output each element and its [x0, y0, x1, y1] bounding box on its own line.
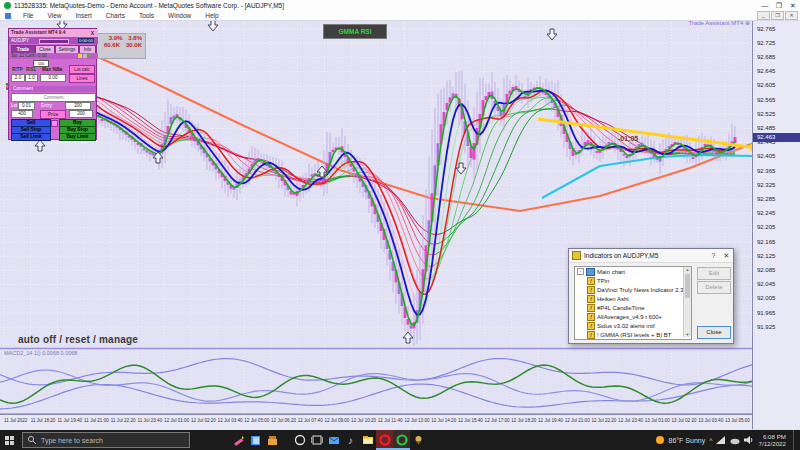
rtp-field[interactable]: 2.0: [11, 74, 25, 82]
tree-item[interactable]: fTPin: [575, 276, 691, 285]
dialog-help-button[interactable]: ?: [707, 252, 720, 259]
tree-item[interactable]: fSidus v3.02 alerts mtf: [575, 321, 691, 330]
time-tick: 12 Jul 09:00: [324, 418, 349, 423]
time-tick: 12 Jul 03:40: [218, 418, 243, 423]
scroll-up-icon[interactable]: ▲: [684, 267, 691, 273]
time-axis[interactable]: 11 Jul 202211 Jul 18:2011 Jul 19:4011 Ju…: [0, 414, 752, 430]
price-button[interactable]: Price: [40, 110, 66, 119]
pen-icon[interactable]: [230, 430, 247, 450]
start-button[interactable]: [0, 430, 18, 450]
lock-icon[interactable]: [88, 54, 92, 58]
price-chart[interactable]: [0, 0, 800, 450]
taskbar-search[interactable]: Type here to search: [22, 432, 190, 448]
tree-item[interactable]: +Indicator window 1: [575, 339, 691, 340]
time-tick: 12 Jul 18:20: [511, 418, 536, 423]
dialog-title-bar[interactable]: Indicators on AUDJPY,M5 ? ✕: [569, 249, 733, 263]
tree-item[interactable]: fHeiken Ashi: [575, 294, 691, 303]
show-desktop-button[interactable]: [793, 430, 798, 450]
weather-label[interactable]: 86°F Sunny: [669, 437, 706, 444]
close-button[interactable]: ✕: [786, 1, 800, 10]
edit-button[interactable]: Edit: [697, 267, 731, 280]
trade-panel-close-icon[interactable]: X: [91, 29, 94, 37]
tree-item[interactable]: fAllAverages_v4.9 t 600+: [575, 312, 691, 321]
risk-value-field[interactable]: 100: [33, 60, 49, 67]
tree-item[interactable]: fDaVinci Truly News Indicator 2.3.98: [575, 285, 691, 294]
indicator-function-icon: f: [587, 295, 595, 303]
tree-item[interactable]: f! GMMA (RSI levels + B) BT: [575, 330, 691, 339]
indicator-tree[interactable]: -Main chartfTPinfDaVinci Truly News Indi…: [574, 266, 692, 340]
music-icon[interactable]: ♪: [342, 430, 359, 450]
system-tray: 86°F Sunny ^ 6:08 PM 7/12/2022: [655, 430, 800, 450]
search-icon: [27, 435, 37, 445]
weather-icon[interactable]: [655, 435, 665, 445]
price-tick: 92.405: [757, 153, 775, 159]
child-minimize-button[interactable]: _: [757, 11, 770, 20]
tree-item[interactable]: -Main chart: [575, 267, 691, 276]
tree-item[interactable]: f#P4L CandleTime: [575, 303, 691, 312]
expander-icon[interactable]: -: [577, 268, 584, 275]
scroll-down-icon[interactable]: ▼: [684, 332, 691, 337]
time-tick: 12 Jul 19:40: [538, 418, 563, 423]
time-tick: 12 Jul 07:40: [298, 418, 323, 423]
speaker-icon[interactable]: [744, 435, 754, 445]
menu-window[interactable]: Window: [161, 12, 198, 19]
auto-manage-label[interactable]: auto off / reset / manage: [18, 334, 138, 345]
lot-calc-button[interactable]: Lot calc: [69, 65, 95, 74]
price-tick: 92.645: [757, 68, 775, 74]
stop-distance-field[interactable]: 400: [11, 110, 33, 118]
child-close-button[interactable]: ✕: [785, 11, 798, 20]
menu-file[interactable]: File: [16, 12, 40, 19]
lines-button[interactable]: Lines: [69, 74, 95, 83]
entry-field[interactable]: 200: [65, 102, 91, 110]
store-icon[interactable]: [264, 430, 281, 450]
time-tick: 11 Jul 18:20: [31, 418, 56, 423]
green-o-app-icon[interactable]: [393, 430, 410, 450]
trade-assistant-panel[interactable]: Trade Assistant MT4 9.4 X AUDJPY 0:00:00…: [8, 28, 97, 140]
trade-panel-slider[interactable]: [39, 39, 69, 44]
network-icon[interactable]: [716, 436, 726, 445]
price-axis[interactable]: 92.76592.72592.68592.64592.60592.56592.5…: [752, 20, 800, 429]
taskbar-clock[interactable]: 6:08 PM 7/12/2022: [758, 433, 789, 447]
save-icon[interactable]: [83, 54, 87, 58]
menu-charts[interactable]: Charts: [99, 12, 132, 19]
notebook-icon[interactable]: [247, 430, 264, 450]
trade-panel-title[interactable]: Trade Assistant MT4 9.4: [9, 29, 98, 37]
buy-limit-button[interactable]: Buy Limit: [59, 133, 96, 141]
limit-distance-field[interactable]: 200: [69, 110, 93, 118]
task-view-icon[interactable]: [308, 430, 325, 450]
mail-icon[interactable]: [325, 430, 342, 450]
indicator-function-icon: f: [587, 286, 595, 294]
lot-field[interactable]: 0.01: [18, 102, 35, 110]
child-restore-button[interactable]: ❐: [771, 11, 784, 20]
scroll-thumb[interactable]: [685, 274, 690, 298]
dialog-icon: [572, 251, 581, 260]
minimize-button[interactable]: —: [758, 1, 772, 10]
dialog-close-icon[interactable]: ✕: [720, 252, 733, 260]
menu-help[interactable]: Help: [198, 12, 225, 19]
maximize-button[interactable]: ❐: [772, 1, 786, 10]
dialog-scrollbar[interactable]: ▲ ▼: [683, 267, 691, 337]
alarm-icon[interactable]: [78, 54, 82, 58]
opera-icon[interactable]: [376, 430, 393, 450]
maxba-field[interactable]: 0.00: [40, 74, 66, 82]
badge-icon[interactable]: [410, 430, 427, 450]
close-dialog-button[interactable]: Close: [697, 326, 731, 339]
hidden-icons-chevron[interactable]: ^: [709, 437, 712, 444]
delete-button[interactable]: Delete: [697, 281, 731, 294]
time-tick: 12 Jul 10:20: [351, 418, 376, 423]
windows-logo-icon: [5, 436, 14, 445]
comment-field[interactable]: Comment: [11, 93, 96, 102]
onedrive-icon[interactable]: [730, 436, 740, 445]
time-tick: 12 Jul 17:00: [485, 418, 510, 423]
cortana-icon[interactable]: [291, 430, 308, 450]
rsl-field[interactable]: 1.0: [25, 74, 38, 82]
price-tick: 92.365: [757, 168, 775, 174]
indicators-dialog[interactable]: Indicators on AUDJPY,M5 ? ✕ -Main chartf…: [568, 248, 734, 344]
menu-view[interactable]: View: [40, 12, 68, 19]
menu-tools[interactable]: Tools: [132, 12, 161, 19]
file-explorer-icon[interactable]: [359, 430, 376, 450]
gmma-rsi-badge[interactable]: GMMA RSI: [323, 24, 387, 39]
menu-insert[interactable]: Insert: [68, 12, 98, 19]
reverse-toggle[interactable]: [51, 120, 58, 127]
sell-limit-button[interactable]: Sell Limit: [11, 133, 51, 141]
